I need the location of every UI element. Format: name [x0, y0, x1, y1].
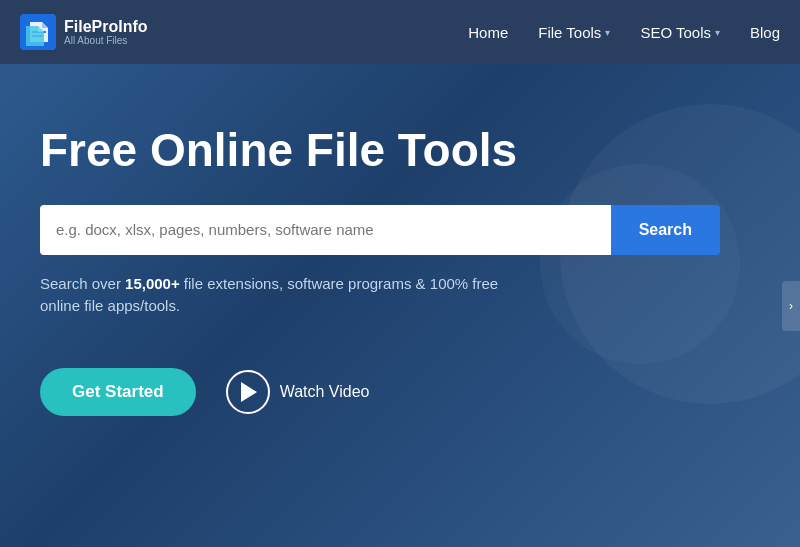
chevron-down-icon: ▾ — [715, 27, 720, 38]
logo-text: FileProInfo All About Files — [64, 18, 148, 47]
play-icon — [241, 382, 257, 402]
navbar: FileProInfo All About Files Home File To… — [0, 0, 800, 64]
nav-home[interactable]: Home — [468, 24, 508, 41]
get-started-button[interactable]: Get Started — [40, 368, 196, 416]
nav-seo-tools[interactable]: SEO Tools ▾ — [640, 24, 720, 41]
watch-video-button[interactable]: Watch Video — [226, 370, 370, 414]
logo[interactable]: FileProInfo All About Files — [20, 14, 148, 50]
search-button[interactable]: Search — [611, 205, 720, 255]
hero-title: Free Online File Tools — [40, 124, 760, 177]
play-button-circle[interactable] — [226, 370, 270, 414]
search-container: Search — [40, 205, 720, 255]
file-logo-icon — [20, 14, 56, 50]
scroll-arrow-icon: › — [789, 299, 793, 313]
logo-title: FileProInfo — [64, 18, 148, 36]
cta-container: Get Started Watch Video — [40, 368, 760, 416]
chevron-down-icon: ▾ — [605, 27, 610, 38]
watch-video-label: Watch Video — [280, 383, 370, 401]
nav-blog[interactable]: Blog — [750, 24, 780, 41]
search-description: Search over 15,000+ file extensions, sof… — [40, 273, 540, 318]
scroll-indicator[interactable]: › — [782, 281, 800, 331]
hero-section: Free Online File Tools Search Search ove… — [0, 64, 800, 547]
nav-file-tools[interactable]: File Tools ▾ — [538, 24, 610, 41]
nav-links: Home File Tools ▾ SEO Tools ▾ Blog — [468, 24, 780, 41]
logo-subtitle: All About Files — [64, 35, 148, 46]
search-input[interactable] — [40, 205, 611, 255]
